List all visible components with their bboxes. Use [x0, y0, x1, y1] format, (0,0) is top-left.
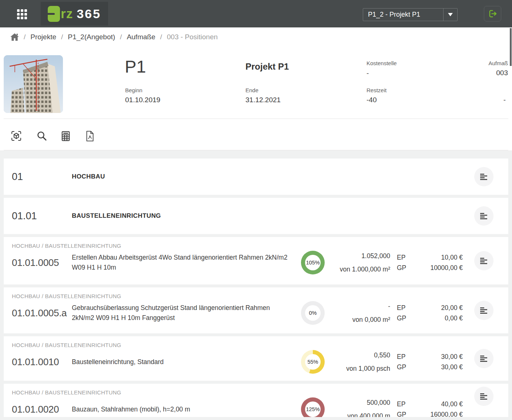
position-code: 01.01.0020: [12, 404, 72, 415]
pdf-export-button[interactable]: [83, 129, 96, 143]
breadcrumb-separator: /: [24, 33, 26, 41]
gp-value: 30,00 €: [441, 363, 463, 371]
ep-label: EP: [397, 400, 405, 408]
aufmass-number: 003: [478, 69, 508, 77]
row-menu-button[interactable]: [474, 301, 493, 320]
row-menu-button[interactable]: [474, 387, 493, 406]
home-icon[interactable]: [10, 33, 19, 41]
dropdown-caret-icon[interactable]: [443, 9, 457, 21]
apps-grid-icon: [17, 9, 27, 19]
scan-3d-icon: [10, 130, 22, 142]
logout-button[interactable]: [484, 6, 501, 21]
section-code: 01: [12, 171, 72, 183]
breadcrumb-current: 003 - Positionen: [167, 33, 218, 41]
row-menu-icon: [480, 307, 488, 314]
breadcrumb-separator: /: [61, 33, 63, 41]
quantity-block: 0,550 von 1,000 psch: [325, 351, 390, 373]
quantity-value: -: [325, 303, 390, 310]
row-menu-button[interactable]: [474, 251, 493, 270]
quantity-block: 1.052,000 von 1.000,000 m²: [325, 252, 390, 273]
position-path: HOCHBAU / BAUSTELLENEINRICHTUNG: [4, 336, 508, 348]
section-title: HOCHBAU: [72, 173, 105, 180]
progress-donut: 0%: [301, 301, 325, 325]
row-menu-icon: [480, 356, 488, 362]
scrollbar-thumb[interactable]: [510, 28, 512, 66]
quantity-value: 0,550: [325, 351, 390, 359]
calculator-icon: [60, 130, 71, 142]
section-title: BAUSTELLENEINRICHTUNG: [72, 212, 161, 220]
progress-donut: 125%: [301, 397, 325, 417]
ende-label: Ende: [245, 87, 258, 93]
row-menu-icon: [480, 258, 488, 264]
restzeit-value: -40: [367, 96, 377, 104]
position-code: 01.01.0010: [12, 356, 72, 368]
gp-value: 16000,00 €: [430, 411, 463, 417]
position-body: 01.01.0005.a Gebrauchsüberlassung Schutz…: [4, 301, 508, 325]
ep-value: 10,00 €: [441, 254, 463, 261]
position-description: Bauzaun, Stahlrahmen (mobil), h=2,00 m: [72, 404, 294, 414]
quantity-block: - von 0,000 m²: [325, 303, 390, 324]
row-menu-button[interactable]: [474, 206, 493, 226]
brand-logo-text: rz: [61, 6, 73, 21]
restzeit-label: Restzeit: [367, 87, 386, 93]
header-divider: [4, 119, 508, 119]
row-menu-button[interactable]: [474, 349, 493, 368]
project-dropdown[interactable]: P1_2 - Projekt P1: [363, 8, 458, 21]
breadcrumb-projekt[interactable]: P1_2(Angebot): [68, 33, 115, 41]
breadcrumb-separator: /: [120, 33, 122, 41]
gp-value: 10000,00 €: [430, 264, 463, 272]
prices-block: EP40,00 € GP16000,00 €: [397, 398, 463, 417]
ep-value: 30,00 €: [441, 353, 463, 361]
position-path: HOCHBAU / BAUSTELLENEINRICHTUNG: [4, 237, 508, 249]
project-name: Projekt P1: [245, 61, 289, 72]
ep-value: 20,00 €: [441, 304, 463, 312]
search-icon: [36, 130, 47, 141]
calculator-button[interactable]: [59, 129, 72, 143]
quantity-of: von 400,000 m: [325, 412, 390, 417]
positions-list: 01 HOCHBAU 01.01 BAUSTELLENEINRICHTUNG H…: [0, 150, 512, 420]
brand-b-glyph-icon: [48, 6, 60, 22]
position-row-0010[interactable]: HOCHBAU / BAUSTELLENEINRICHTUNG 01.01.00…: [4, 336, 508, 381]
breadcrumb-aufmasse[interactable]: Aufmaße: [127, 33, 155, 41]
breadcrumb-projekte[interactable]: Projekte: [30, 33, 56, 41]
gp-label: GP: [397, 264, 406, 272]
search-button[interactable]: [35, 129, 48, 143]
ep-label: EP: [397, 353, 405, 361]
quantity-of: von 1,000 psch: [325, 365, 390, 373]
prices-block: EP30,00 € GP30,00 €: [397, 350, 463, 374]
quantity-value: 1.052,000: [325, 252, 390, 260]
pdf-icon: [84, 130, 95, 142]
breadcrumb-separator: /: [160, 33, 162, 41]
ep-value: 40,00 €: [441, 400, 463, 408]
brand-logo[interactable]: rz 365: [41, 2, 108, 26]
section-row-01[interactable]: 01 HOCHBAU: [4, 159, 508, 195]
position-description: Gebrauchsüberlassung Schutzgerüst Stand …: [72, 303, 294, 323]
project-photo: [4, 55, 63, 113]
ep-label: EP: [397, 304, 405, 312]
ende-value: 31.12.2021: [245, 96, 281, 104]
progress-label: 55%: [305, 354, 321, 370]
logout-icon: [488, 9, 498, 19]
quantity-of: von 0,000 m²: [325, 316, 390, 324]
position-row-0020[interactable]: HOCHBAU / BAUSTELLENEINRICHTUNG 01.01.00…: [4, 384, 508, 417]
ep-label: EP: [397, 254, 405, 261]
apps-grid-icon[interactable]: [17, 9, 27, 19]
progress-label: 125%: [305, 401, 321, 417]
aufmass-label: Aufmaß: [478, 60, 508, 66]
kostenstelle-label: Kostenstelle: [367, 60, 397, 66]
beginn-value: 01.10.2019: [125, 96, 160, 104]
progress-label: 0%: [305, 305, 321, 321]
position-body: 01.01.0005 Erstellen Abbau Arbeitsgerüst…: [4, 251, 508, 274]
section-row-01-01[interactable]: 01.01 BAUSTELLENEINRICHTUNG: [4, 198, 508, 234]
row-menu-button[interactable]: [474, 167, 493, 186]
quantity-block: 500,000 von 400,000 m: [325, 399, 390, 417]
progress-donut: 105%: [301, 251, 325, 274]
position-row-0005[interactable]: HOCHBAU / BAUSTELLENEINRICHTUNG 01.01.00…: [4, 237, 508, 284]
gp-label: GP: [397, 314, 406, 322]
kostenstelle-value: -: [367, 69, 369, 77]
position-body: 01.01.0020 Bauzaun, Stahlrahmen (mobil),…: [4, 397, 508, 417]
position-row-0005a[interactable]: HOCHBAU / BAUSTELLENEINRICHTUNG 01.01.00…: [4, 287, 508, 333]
scan-3d-button[interactable]: [10, 129, 23, 143]
prices-block: EP20,00 € GP0,00 €: [397, 301, 463, 325]
row-menu-icon: [480, 174, 488, 180]
